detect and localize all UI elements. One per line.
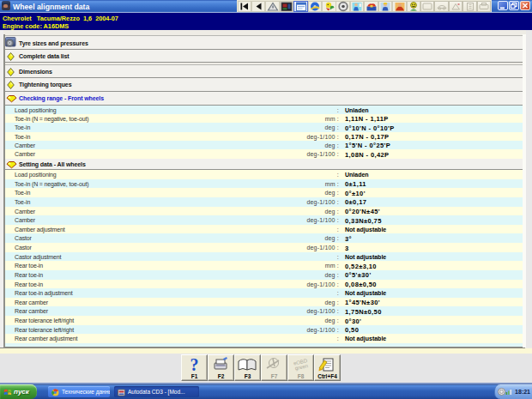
svg-text:?: ? (190, 356, 199, 373)
